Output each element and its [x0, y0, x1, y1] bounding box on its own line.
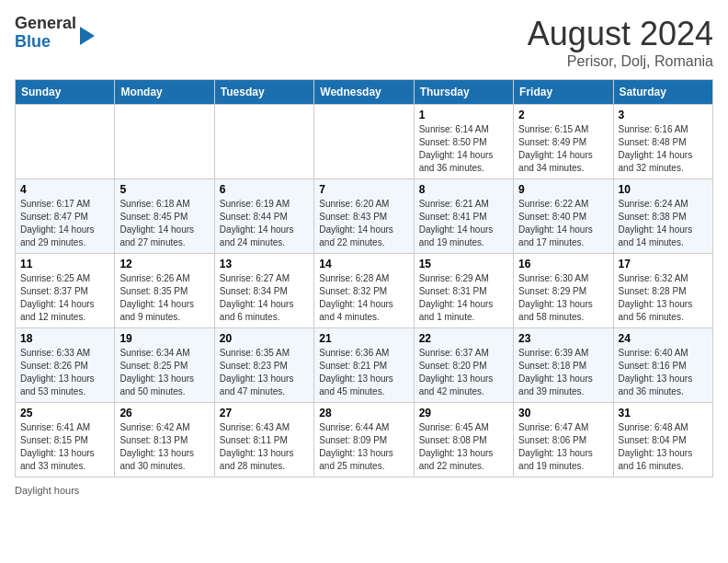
- day-number: 29: [419, 407, 508, 419]
- day-info: Sunrise: 6:48 AM Sunset: 8:04 PM Dayligh…: [619, 421, 708, 473]
- calendar-week-row: 18Sunrise: 6:33 AM Sunset: 8:26 PM Dayli…: [16, 328, 713, 403]
- day-number: 1: [419, 109, 508, 121]
- calendar-cell: 24Sunrise: 6:40 AM Sunset: 8:16 PM Dayli…: [613, 328, 712, 403]
- day-info: Sunrise: 6:29 AM Sunset: 8:31 PM Dayligh…: [419, 272, 508, 324]
- calendar-cell: 19Sunrise: 6:34 AM Sunset: 8:25 PM Dayli…: [115, 328, 214, 403]
- calendar-cell: 21Sunrise: 6:36 AM Sunset: 8:21 PM Dayli…: [314, 328, 414, 403]
- day-info: Sunrise: 6:32 AM Sunset: 8:28 PM Dayligh…: [619, 272, 708, 324]
- day-number: 17: [619, 258, 708, 270]
- day-number: 4: [20, 183, 109, 196]
- day-info: Sunrise: 6:22 AM Sunset: 8:40 PM Dayligh…: [518, 198, 608, 249]
- calendar-cell: 5Sunrise: 6:18 AM Sunset: 8:45 PM Daylig…: [115, 179, 214, 254]
- calendar-week-row: 11Sunrise: 6:25 AM Sunset: 8:37 PM Dayli…: [16, 254, 713, 328]
- day-info: Sunrise: 6:45 AM Sunset: 8:08 PM Dayligh…: [419, 421, 508, 473]
- logo-line1: General: [15, 15, 76, 33]
- calendar-cell: 7Sunrise: 6:20 AM Sunset: 8:43 PM Daylig…: [314, 179, 414, 254]
- calendar-cell: 30Sunrise: 6:47 AM Sunset: 8:06 PM Dayli…: [514, 403, 613, 477]
- calendar-cell: 20Sunrise: 6:35 AM Sunset: 8:23 PM Dayli…: [214, 328, 313, 403]
- day-number: 25: [20, 407, 109, 419]
- day-of-week-header: Thursday: [414, 80, 513, 105]
- day-number: 12: [119, 258, 209, 270]
- day-info: Sunrise: 6:35 AM Sunset: 8:23 PM Dayligh…: [220, 347, 309, 398]
- calendar-cell: 1Sunrise: 6:14 AM Sunset: 8:50 PM Daylig…: [414, 105, 513, 179]
- day-of-week-header: Tuesday: [214, 80, 313, 105]
- day-info: Sunrise: 6:17 AM Sunset: 8:47 PM Dayligh…: [20, 198, 109, 249]
- calendar-cell: 3Sunrise: 6:16 AM Sunset: 8:48 PM Daylig…: [613, 105, 712, 179]
- day-info: Sunrise: 6:25 AM Sunset: 8:37 PM Dayligh…: [20, 272, 109, 324]
- day-info: Sunrise: 6:26 AM Sunset: 8:35 PM Dayligh…: [119, 272, 209, 324]
- calendar-cell: 8Sunrise: 6:21 AM Sunset: 8:41 PM Daylig…: [414, 179, 513, 254]
- day-info: Sunrise: 6:39 AM Sunset: 8:18 PM Dayligh…: [518, 347, 608, 398]
- day-number: 13: [220, 258, 309, 270]
- calendar-cell: 17Sunrise: 6:32 AM Sunset: 8:28 PM Dayli…: [613, 254, 712, 328]
- day-info: Sunrise: 6:27 AM Sunset: 8:34 PM Dayligh…: [220, 272, 309, 324]
- day-number: 27: [220, 407, 309, 419]
- footer-note: Daylight hours: [15, 485, 713, 496]
- day-number: 9: [518, 183, 608, 196]
- calendar-cell: 16Sunrise: 6:30 AM Sunset: 8:29 PM Dayli…: [514, 254, 613, 328]
- day-of-week-header: Saturday: [613, 80, 712, 105]
- day-info: Sunrise: 6:21 AM Sunset: 8:41 PM Dayligh…: [419, 198, 508, 249]
- calendar-cell: [214, 105, 313, 179]
- day-info: Sunrise: 6:41 AM Sunset: 8:15 PM Dayligh…: [20, 421, 109, 473]
- calendar-cell: 2Sunrise: 6:15 AM Sunset: 8:49 PM Daylig…: [514, 105, 613, 179]
- day-info: Sunrise: 6:44 AM Sunset: 8:09 PM Dayligh…: [319, 421, 408, 473]
- day-info: Sunrise: 6:14 AM Sunset: 8:50 PM Dayligh…: [419, 123, 508, 175]
- day-info: Sunrise: 6:43 AM Sunset: 8:11 PM Dayligh…: [220, 421, 309, 473]
- day-info: Sunrise: 6:19 AM Sunset: 8:44 PM Dayligh…: [220, 198, 309, 249]
- day-info: Sunrise: 6:47 AM Sunset: 8:06 PM Dayligh…: [518, 421, 608, 473]
- day-info: Sunrise: 6:28 AM Sunset: 8:32 PM Dayligh…: [319, 272, 408, 324]
- day-of-week-header: Sunday: [16, 80, 115, 105]
- calendar-cell: 6Sunrise: 6:19 AM Sunset: 8:44 PM Daylig…: [214, 179, 313, 254]
- day-number: 10: [619, 183, 708, 196]
- calendar-cell: [314, 105, 414, 179]
- day-number: 26: [119, 407, 209, 419]
- logo-line2: Blue: [15, 33, 76, 52]
- day-number: 19: [119, 332, 209, 345]
- day-number: 11: [20, 258, 109, 270]
- calendar-cell: 28Sunrise: 6:44 AM Sunset: 8:09 PM Dayli…: [314, 403, 414, 477]
- day-number: 31: [619, 407, 708, 419]
- calendar-cell: [115, 105, 214, 179]
- calendar-cell: 9Sunrise: 6:22 AM Sunset: 8:40 PM Daylig…: [514, 179, 613, 254]
- day-number: 30: [518, 407, 608, 419]
- calendar-cell: 15Sunrise: 6:29 AM Sunset: 8:31 PM Dayli…: [414, 254, 513, 328]
- day-number: 20: [220, 332, 309, 345]
- day-info: Sunrise: 6:42 AM Sunset: 8:13 PM Dayligh…: [119, 421, 209, 473]
- day-info: Sunrise: 6:16 AM Sunset: 8:48 PM Dayligh…: [619, 123, 708, 175]
- day-info: Sunrise: 6:30 AM Sunset: 8:29 PM Dayligh…: [518, 272, 608, 324]
- day-number: 2: [518, 109, 608, 121]
- calendar-cell: 29Sunrise: 6:45 AM Sunset: 8:08 PM Dayli…: [414, 403, 513, 477]
- calendar-week-row: 4Sunrise: 6:17 AM Sunset: 8:47 PM Daylig…: [16, 179, 713, 254]
- day-info: Sunrise: 6:40 AM Sunset: 8:16 PM Dayligh…: [619, 347, 708, 398]
- day-of-week-header: Friday: [514, 80, 613, 105]
- logo: General Blue: [15, 15, 95, 52]
- day-number: 24: [619, 332, 708, 345]
- calendar-cell: 22Sunrise: 6:37 AM Sunset: 8:20 PM Dayli…: [414, 328, 513, 403]
- calendar-cell: 27Sunrise: 6:43 AM Sunset: 8:11 PM Dayli…: [214, 403, 313, 477]
- calendar-cell: 23Sunrise: 6:39 AM Sunset: 8:18 PM Dayli…: [514, 328, 613, 403]
- calendar-cell: 4Sunrise: 6:17 AM Sunset: 8:47 PM Daylig…: [16, 179, 115, 254]
- logo-arrow-icon: [80, 27, 95, 45]
- day-number: 28: [319, 407, 408, 419]
- calendar-cell: 13Sunrise: 6:27 AM Sunset: 8:34 PM Dayli…: [214, 254, 313, 328]
- calendar-header-row: SundayMondayTuesdayWednesdayThursdayFrid…: [16, 80, 713, 105]
- page-header: General Blue August 2024 Perisor, Dolj, …: [15, 15, 713, 70]
- day-number: 3: [619, 109, 708, 121]
- calendar-table: SundayMondayTuesdayWednesdayThursdayFrid…: [15, 79, 713, 477]
- day-number: 23: [518, 332, 608, 345]
- day-number: 16: [518, 258, 608, 270]
- day-number: 7: [319, 183, 408, 196]
- day-info: Sunrise: 6:15 AM Sunset: 8:49 PM Dayligh…: [518, 123, 608, 175]
- day-info: Sunrise: 6:20 AM Sunset: 8:43 PM Dayligh…: [319, 198, 408, 249]
- day-number: 22: [419, 332, 508, 345]
- day-info: Sunrise: 6:24 AM Sunset: 8:38 PM Dayligh…: [619, 198, 708, 249]
- day-number: 6: [220, 183, 309, 196]
- calendar-cell: 18Sunrise: 6:33 AM Sunset: 8:26 PM Dayli…: [16, 328, 115, 403]
- day-of-week-header: Monday: [115, 80, 214, 105]
- calendar-cell: [16, 105, 115, 179]
- day-number: 14: [319, 258, 408, 270]
- calendar-cell: 11Sunrise: 6:25 AM Sunset: 8:37 PM Dayli…: [16, 254, 115, 328]
- day-info: Sunrise: 6:36 AM Sunset: 8:21 PM Dayligh…: [319, 347, 408, 398]
- day-info: Sunrise: 6:34 AM Sunset: 8:25 PM Dayligh…: [119, 347, 209, 398]
